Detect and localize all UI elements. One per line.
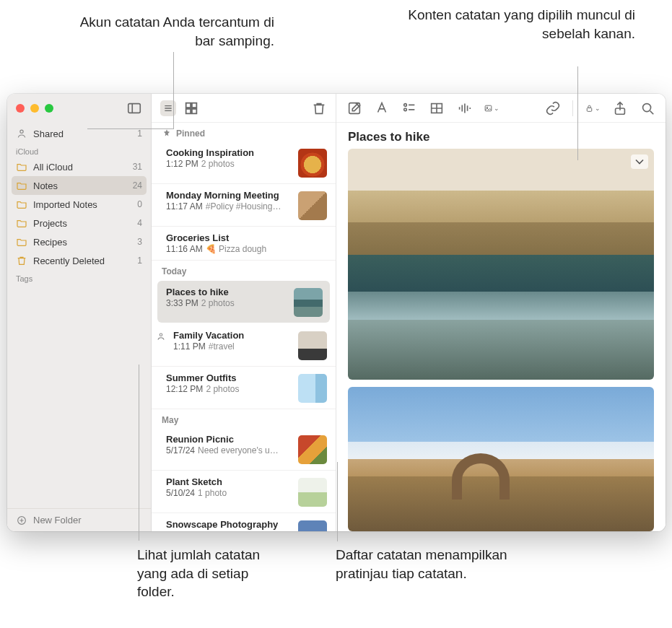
note-thumbnail (298, 435, 327, 464)
pin-icon (162, 128, 172, 139)
note-item-family-vacation[interactable]: Family Vacation 1:11 PM#travel (152, 324, 336, 367)
callout-line (173, 52, 174, 128)
sidebar-item-count: 1 (137, 256, 142, 266)
svg-rect-9 (186, 103, 191, 107)
note-title: Plant Sketch (166, 476, 291, 487)
sidebar-item-recipes[interactable]: Recipes 3 (7, 232, 151, 251)
checklist-button[interactable] (401, 100, 417, 116)
notelist-toolbar (152, 94, 336, 123)
trash-icon (16, 255, 27, 266)
callout-line (139, 365, 139, 541)
note-item-groceries[interactable]: Groceries List 11:16 AM🍕 Pizza dough (152, 227, 336, 261)
sidebar-item-count: 31 (133, 162, 142, 172)
notelist-body: Pinned Cooking Inspiration 1:12 PM2 phot… (152, 123, 336, 531)
note-content[interactable] (336, 149, 666, 531)
sidebar-item-count: 24 (133, 180, 142, 191)
share-button[interactable] (612, 100, 628, 116)
folder-icon (16, 199, 27, 210)
note-subtitle: 5/17/24Need everyone's u… (166, 445, 291, 455)
note-thumbnail (298, 478, 327, 507)
section-label: Pinned (176, 128, 205, 139)
svg-line-32 (650, 110, 654, 114)
note-item-monday-meeting[interactable]: Monday Morning Meeting 11:17 AM#Policy #… (152, 184, 336, 227)
note-image-2[interactable] (348, 387, 654, 531)
sidebar-item-count: 1 (137, 128, 142, 139)
note-title: Snowscape Photography (166, 519, 291, 530)
plus-circle-icon (16, 515, 27, 526)
folder-icon (16, 161, 27, 173)
note-item-places-to-hike[interactable]: Places to hike 3:33 PM2 photos (157, 281, 330, 323)
note-image-1[interactable] (348, 149, 654, 380)
svg-point-17 (404, 108, 407, 111)
note-title: Places to hike (166, 287, 287, 297)
sidebar-list: Shared 1 iCloud All iCloud 31 Notes 24 I… (7, 123, 151, 508)
sidebar-item-notes[interactable]: Notes 24 (12, 176, 147, 195)
note-item-reunion-picnic[interactable]: Reunion Picnic 5/17/24Need everyone's u… (152, 428, 336, 471)
editor: ⌄ ⌄ Places to hike (336, 94, 666, 531)
note-title: Groceries List (166, 232, 327, 243)
media-button[interactable]: ⌄ (484, 100, 499, 116)
svg-point-13 (160, 333, 162, 336)
delete-note-button[interactable] (311, 100, 327, 116)
note-thumbnail (298, 331, 327, 360)
sidebar-item-label: Recipes (33, 237, 67, 248)
minimize-button[interactable] (30, 104, 39, 113)
sidebar: Shared 1 iCloud All iCloud 31 Notes 24 I… (7, 94, 152, 531)
sidebar-item-label: Imported Notes (33, 199, 97, 210)
note-item-plant-sketch[interactable]: Plant Sketch 5/10/241 photo (152, 471, 336, 513)
link-button[interactable] (545, 100, 561, 116)
note-item-summer-outfits[interactable]: Summer Outfits 12:12 PM2 photos (152, 367, 336, 409)
search-button[interactable] (640, 100, 655, 116)
person-icon (16, 128, 27, 139)
svg-rect-11 (186, 108, 191, 113)
app-window: Shared 1 iCloud All iCloud 31 Notes 24 I… (7, 94, 666, 531)
sidebar-item-imported-notes[interactable]: Imported Notes 0 (7, 195, 151, 214)
close-button[interactable] (16, 104, 25, 113)
svg-point-31 (643, 103, 651, 111)
sidebar-item-all-icloud[interactable]: All iCloud 31 (7, 157, 151, 176)
note-title: Reunion Picnic (166, 434, 291, 445)
sidebar-item-count: 4 (137, 218, 142, 228)
note-title: Monday Morning Meeting (166, 190, 291, 201)
callout-top-right: Konten catatan yang dipilih muncul di se… (404, 6, 635, 43)
format-button[interactable] (374, 100, 390, 116)
note-item-cooking-inspiration[interactable]: Cooking Inspiration 1:12 PM2 photos (152, 141, 336, 184)
folder-icon (16, 236, 27, 248)
note-subtitle: 11:17 AM#Policy #Housing… (166, 201, 291, 211)
compose-button[interactable] (346, 100, 362, 116)
image-expand-button[interactable] (631, 154, 648, 169)
sidebar-item-shared[interactable]: Shared 1 (7, 124, 151, 143)
note-title: Family Vacation (173, 330, 291, 341)
sidebar-item-projects[interactable]: Projects 4 (7, 214, 151, 232)
note-subtitle: 1:12 PM2 photos (166, 159, 291, 169)
zoom-button[interactable] (45, 104, 53, 113)
new-folder-label: New Folder (33, 515, 81, 525)
sidebar-item-label: Projects (33, 218, 67, 229)
folder-icon (16, 180, 27, 191)
grid-view-button[interactable] (183, 100, 199, 116)
svg-point-2 (20, 130, 23, 133)
titlebar (7, 94, 151, 123)
callout-bottom-left: Lihat jumlah catatan yang ada di setiap … (137, 546, 289, 601)
divider (572, 100, 573, 116)
lock-button[interactable]: ⌄ (585, 100, 601, 116)
note-item-snowscape[interactable]: Snowscape Photography (152, 513, 336, 531)
svg-rect-27 (485, 105, 492, 111)
svg-point-15 (404, 103, 407, 106)
table-button[interactable] (429, 100, 445, 116)
callout-line (337, 462, 338, 541)
toggle-sidebar-icon[interactable] (126, 100, 142, 116)
sidebar-item-recently-deleted[interactable]: Recently Deleted 1 (7, 251, 151, 270)
note-title: Places to hike (336, 123, 666, 149)
note-subtitle: 1:11 PM#travel (173, 341, 291, 352)
sidebar-section-tags: Tags (7, 270, 151, 284)
note-thumbnail (298, 374, 327, 403)
audio-button[interactable] (456, 100, 472, 116)
sidebar-item-label: Shared (33, 128, 64, 139)
callout-bottom-right: Daftar catatan menampilkan pratinjau tia… (336, 546, 523, 583)
editor-toolbar: ⌄ ⌄ (336, 94, 666, 123)
notelist-section-may: May (152, 409, 336, 428)
new-folder-button[interactable]: New Folder (7, 508, 151, 531)
sidebar-section-icloud: iCloud (7, 143, 151, 157)
svg-rect-12 (192, 108, 196, 113)
